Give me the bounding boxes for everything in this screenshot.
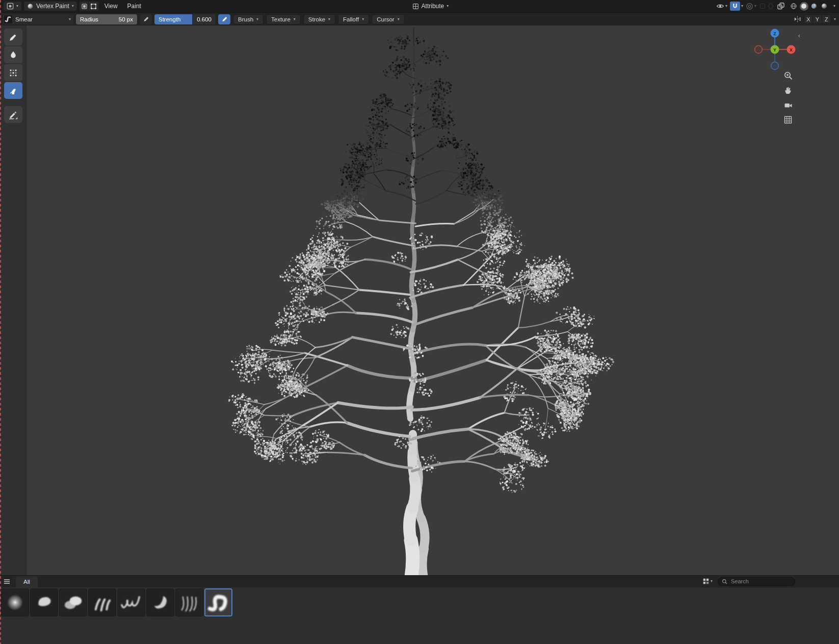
- brush-thumbnail-4[interactable]: [88, 588, 116, 616]
- asset-shelf-header: All ▾: [0, 576, 839, 587]
- strength-pressure-toggle[interactable]: [218, 14, 230, 24]
- shelf-display-dropdown[interactable]: ▾: [702, 578, 713, 585]
- panel-falloff[interactable]: Falloff ▾: [338, 14, 369, 24]
- attribute-dropdown[interactable]: Attribute ▾: [409, 2, 452, 11]
- panel-brush-label: Brush: [238, 16, 253, 22]
- sidebar-collapse-arrow[interactable]: ‹: [798, 33, 800, 39]
- tool-draw[interactable]: [4, 29, 22, 45]
- radius-label: Radius: [80, 16, 98, 22]
- tool-annotate[interactable]: [4, 106, 22, 123]
- search-input[interactable]: [730, 578, 791, 585]
- chevron-down-icon: ▾: [741, 4, 743, 8]
- attribute-icon: [412, 3, 419, 10]
- brush-thumbnail-2[interactable]: [30, 588, 58, 616]
- mirror-axis-group: X Y Z: [804, 14, 831, 24]
- proportional-edit-dropdown[interactable]: ▾: [746, 3, 756, 10]
- shading-rendered-button[interactable]: [820, 2, 829, 11]
- panel-texture[interactable]: Texture ▾: [266, 14, 301, 24]
- vertex-paint-mode-icon: [27, 3, 34, 10]
- shading-wireframe-button[interactable]: [790, 2, 798, 11]
- mode-dropdown[interactable]: Vertex Paint ▾: [24, 2, 77, 11]
- shading-material-button[interactable]: [810, 2, 819, 11]
- brush-thumbnail-1[interactable]: [1, 588, 29, 616]
- panel-cursor[interactable]: Cursor ▾: [372, 14, 405, 24]
- menu-paint[interactable]: Paint: [124, 0, 145, 12]
- panel-falloff-label: Falloff: [343, 16, 359, 22]
- area-edge-marker: [0, 0, 1, 644]
- tab-all-label: All: [23, 579, 30, 585]
- brush-thumbnail-5[interactable]: [117, 588, 145, 616]
- tab-all[interactable]: All: [16, 576, 38, 587]
- radius-slider[interactable]: Radius 50 px: [76, 14, 137, 24]
- tree-model-render[interactable]: [0, 25, 839, 575]
- shelf-menu-hamburger[interactable]: [3, 578, 11, 585]
- snap-magnet-toggle[interactable]: [730, 2, 740, 11]
- chevron-down-icon: ▾: [754, 4, 756, 8]
- chevron-down-icon: ▾: [447, 4, 449, 8]
- navigation-gizmo[interactable]: Z X Y: [752, 27, 798, 72]
- visibility-dropdown[interactable]: ▾: [716, 2, 727, 10]
- proportional-circle-icon: [746, 3, 753, 10]
- shelf-search[interactable]: [718, 577, 795, 586]
- xray-toggle[interactable]: [777, 2, 785, 10]
- chevron-down-icon: ▾: [69, 17, 71, 21]
- tool-average[interactable]: [4, 64, 22, 81]
- chevron-down-icon: ▾: [328, 17, 330, 21]
- gizmo-z-negative-axis[interactable]: [771, 62, 779, 70]
- pan-hand-button[interactable]: [781, 84, 795, 97]
- brush-thumbnail-smear-selected[interactable]: [204, 588, 232, 616]
- panel-brush[interactable]: Brush ▾: [233, 14, 264, 24]
- chevron-down-icon: ▾: [398, 17, 400, 21]
- gizmo-y-label: Y: [773, 47, 776, 53]
- snap-toggle-group: ▾: [730, 2, 743, 11]
- brush-thumbnail-7[interactable]: [175, 588, 203, 616]
- brush-thumbnail-3[interactable]: [59, 588, 87, 616]
- strength-slider[interactable]: Strength 0.600: [154, 14, 216, 24]
- editor-type-icon: [7, 3, 14, 10]
- gizmo-z-label: Z: [773, 31, 776, 36]
- mirror-z-toggle[interactable]: Z: [822, 14, 831, 24]
- panel-stroke[interactable]: Stroke ▾: [303, 14, 335, 24]
- brush-name: Smear: [15, 16, 66, 22]
- search-icon: [722, 579, 727, 584]
- attribute-label: Attribute: [422, 3, 444, 10]
- gizmo-x-label: X: [790, 47, 793, 53]
- camera-view-button[interactable]: [781, 98, 795, 112]
- viewport-3d[interactable]: Z X Y ‹: [0, 25, 839, 575]
- symmetry-icon: [794, 15, 801, 23]
- grid-ortho-button[interactable]: [781, 113, 795, 126]
- chevron-down-icon: ▾: [256, 17, 258, 21]
- disabled-options-icons: [759, 3, 774, 10]
- strength-label: Strength: [159, 16, 180, 22]
- tool-smear[interactable]: [4, 82, 22, 99]
- brush-preview-thumbnail: [4, 15, 12, 23]
- menu-view[interactable]: View: [101, 0, 121, 12]
- strength-value: 0.600: [197, 16, 212, 22]
- mirror-y-toggle[interactable]: Y: [813, 14, 822, 24]
- chevron-down-icon: ▾: [294, 17, 296, 21]
- chevron-down-icon: ▾: [16, 4, 18, 8]
- gizmo-x-negative-axis[interactable]: [755, 46, 763, 54]
- chevron-down-icon: ▾: [711, 579, 713, 583]
- topbar: ▾ Vertex Paint ▾ View Paint Attribute ▾ …: [0, 0, 839, 12]
- panel-stroke-label: Stroke: [308, 16, 325, 22]
- tool-options-dropdown[interactable]: ▾: [834, 17, 836, 21]
- mirror-x-toggle[interactable]: X: [804, 14, 813, 24]
- panel-cursor-label: Cursor: [377, 16, 395, 22]
- shading-mode-group: [788, 1, 831, 11]
- radius-pressure-toggle[interactable]: [140, 14, 152, 24]
- zoom-button[interactable]: [781, 69, 795, 82]
- tool-blur[interactable]: [4, 46, 22, 63]
- panel-texture-label: Texture: [271, 16, 291, 22]
- chevron-down-icon: ▾: [72, 4, 74, 8]
- eye-icon: [716, 2, 724, 10]
- tool-column: [0, 25, 27, 575]
- brush-select-dropdown[interactable]: Smear ▾: [3, 14, 73, 24]
- vertex-mask-toggle[interactable]: [88, 2, 98, 11]
- shading-dropdown[interactable]: ▾: [833, 4, 835, 8]
- shading-solid-button[interactable]: [800, 2, 808, 11]
- editor-type-button[interactable]: ▾: [4, 2, 21, 11]
- asset-shelf: All ▾: [0, 575, 839, 644]
- display-grid-icon: [702, 578, 710, 585]
- brush-thumbnail-6[interactable]: [146, 588, 174, 616]
